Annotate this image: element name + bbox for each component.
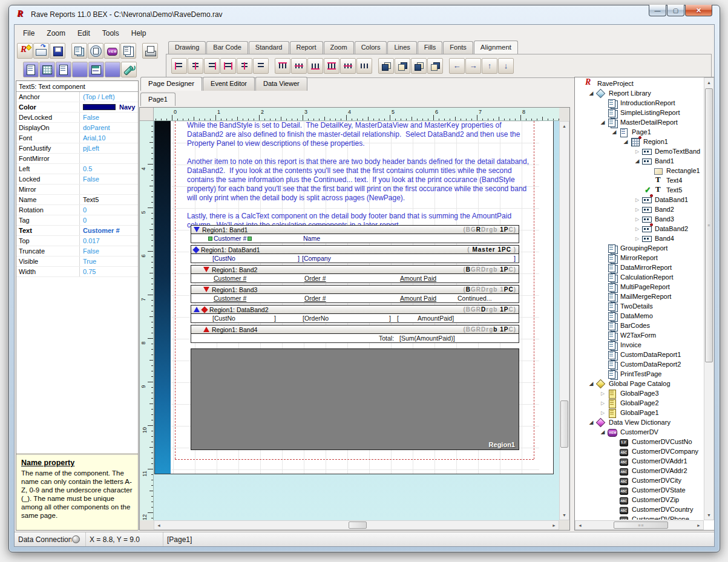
band1-header-bar[interactable]: Region1: Band1(BGRDrgb 1PC)	[191, 225, 519, 234]
tree-item-globalpage2[interactable]: ▷GlobalPage2	[576, 398, 703, 408]
databand2-content-row[interactable]: [CustNo][OrderNo][AmountPaid]	[191, 314, 519, 323]
preferences-wrench-button[interactable]	[121, 62, 137, 77]
property-label-truncate[interactable]: Truncate	[16, 246, 80, 256]
property-label-name[interactable]: Name	[16, 195, 80, 204]
property-value-tag[interactable]: 0	[80, 215, 138, 225]
tree-expander-closed[interactable]: ▷	[633, 197, 641, 203]
tree-item-customdatareport2[interactable]: CustomDataReport2	[576, 359, 703, 369]
canvas-hscroll-thumb[interactable]	[349, 521, 367, 529]
band3-field-continued[interactable]: Continued...	[457, 295, 492, 302]
tree-item-barcodes[interactable]: BarCodes	[576, 321, 703, 330]
tree-item-global-page-catalog[interactable]: ◢Global Page Catalog	[576, 379, 703, 388]
scroll-left-arrow[interactable]: ◄	[154, 521, 163, 530]
tree-item-simplelistingreport[interactable]: SimpleListingReport	[576, 108, 703, 117]
band2-field-amount-paid[interactable]: Amount Paid	[400, 275, 436, 282]
property-label-rotation[interactable]: Rotation	[16, 205, 80, 215]
menu-zoom[interactable]: Zoom	[41, 27, 71, 40]
canvas-vertical-scrollbar[interactable]: ▲ ▼	[559, 121, 569, 520]
property-label-top[interactable]: Top	[16, 236, 80, 246]
tree-item-band4[interactable]: ▷Band4	[576, 234, 703, 243]
tab-event-editor[interactable]: Event Editor	[203, 77, 255, 91]
databand2-field-[interactable]: ]	[389, 315, 391, 322]
databand2-header-bar[interactable]: Region1: DataBand2(BGRDrgb 1PC)	[191, 305, 519, 314]
band4-field-total[interactable]: Total:	[379, 335, 394, 342]
tree-scroll-up-arrow[interactable]: ▲	[704, 78, 713, 87]
databand2-field-orderno[interactable]: [OrderNo	[303, 315, 329, 322]
property-label-fontmirror[interactable]: FontMirror	[16, 154, 80, 163]
property-value-truncate[interactable]: False	[80, 246, 138, 256]
databand1-header-bar[interactable]: Region1: DataBand1( Master 1PC )	[191, 245, 519, 254]
show-rulers-button[interactable]	[88, 62, 104, 77]
page-canvas[interactable]: While the BandStyle is set to Detail. Th…	[154, 121, 559, 520]
align-left-edges-button[interactable]	[171, 58, 187, 74]
tree-expander-open[interactable]: ◢	[633, 158, 641, 164]
tree-expander-closed[interactable]: ▷	[633, 217, 641, 222]
close-button[interactable]: ✕	[685, 5, 712, 16]
tool-tab-alignment[interactable]: Alignment	[474, 41, 518, 54]
tree-item-text5[interactable]: ✓Text5	[576, 185, 703, 195]
tree-item-customerdvaddr1[interactable]: CustomerDVAddr1	[576, 456, 703, 466]
band1-content-row[interactable]: Customer #Name	[191, 234, 519, 243]
tree-item-masterdetailreport[interactable]: ◢MasterDetailReport	[576, 117, 703, 127]
property-value-devlocked[interactable]: False	[80, 113, 138, 122]
property-value-anchor[interactable]: (Top / Left)	[80, 92, 138, 102]
tree-vertical-scrollbar[interactable]: ▲ ≡ ▼	[704, 77, 714, 520]
tree-expander-closed[interactable]: ▷	[598, 391, 607, 396]
tree-item-rectangle1[interactable]: Rectangle1	[576, 166, 703, 175]
tree-item-twodetails[interactable]: TwoDetails	[576, 301, 703, 311]
tree-item-customerdv[interactable]: ◢CustomerDV	[576, 427, 703, 437]
tool-tab-lines[interactable]: Lines	[387, 41, 416, 54]
tool-tab-standard[interactable]: Standard	[249, 41, 289, 54]
tree-item-invoice[interactable]: Invoice	[576, 340, 703, 350]
tree-scroll-right-arrow[interactable]: ►	[694, 521, 703, 530]
property-label-text[interactable]: Text	[16, 226, 80, 235]
execute-report-button[interactable]	[142, 43, 158, 59]
maximize-button[interactable]: ▢	[667, 5, 684, 16]
minimize-button[interactable]: —	[649, 5, 666, 16]
tree-scroll-down-arrow[interactable]: ▼	[704, 511, 713, 520]
property-label-locked[interactable]: Locked	[16, 174, 80, 184]
align-horizontal-centers-button[interactable]	[188, 58, 203, 74]
menu-tools[interactable]: Tools	[96, 27, 125, 40]
tree-scroll-left-arrow[interactable]: ◄	[576, 521, 585, 530]
tree-item-customerdvcustno[interactable]: CustomerDVCustNo	[576, 437, 703, 446]
region1-area[interactable]: Region1	[191, 348, 519, 450]
tree-expander-open[interactable]: ◢	[610, 129, 618, 135]
tree-expander-closed[interactable]: ▷	[633, 226, 641, 232]
property-value-displayon[interactable]: doParent	[80, 123, 138, 132]
tree-item-customerdvzip[interactable]: CustomerDVZip	[576, 495, 703, 505]
align-horizontal-both-button[interactable]	[220, 58, 236, 74]
tree-item-customerdvstate[interactable]: CustomerDVState	[576, 485, 703, 495]
new-project-button[interactable]	[17, 43, 33, 59]
save-project-button[interactable]	[50, 43, 65, 59]
menu-help[interactable]: Help	[125, 27, 152, 40]
send-backward-button[interactable]	[427, 58, 443, 74]
tree-expander-open[interactable]: ◢	[598, 429, 607, 435]
tree-item-groupingreport[interactable]: GroupingReport	[576, 243, 703, 253]
band4-content-row[interactable]: Total:[Sum(AmountPaid)]	[191, 334, 519, 343]
property-label-visible[interactable]: Visible	[16, 256, 80, 266]
databand1-content-row[interactable]: [CustNo][Company]	[191, 254, 519, 263]
property-value-rotation[interactable]: 0	[80, 205, 138, 215]
tree-hscroll-thumb[interactable]: ≡≡	[614, 521, 668, 529]
band3-field-order[interactable]: Order #	[304, 295, 326, 302]
scroll-down-arrow[interactable]: ▼	[560, 511, 569, 520]
move-up-button[interactable]: ↑	[482, 58, 497, 74]
tree-item-multipagereport[interactable]: MultiPageReport	[576, 282, 703, 292]
band3-content-row[interactable]: Customer #Order #Amount PaidContinued...	[191, 294, 519, 303]
tool-tab-drawing[interactable]: Drawing	[168, 41, 206, 54]
tool-tab-colors[interactable]: Colors	[355, 41, 387, 54]
new-global-page-button[interactable]	[88, 43, 103, 59]
property-label-color[interactable]: Color	[16, 102, 80, 112]
open-project-button[interactable]	[33, 43, 49, 59]
space-vertically-button[interactable]	[356, 58, 372, 74]
tree-expander-open[interactable]: ◢	[587, 381, 595, 387]
property-value-color[interactable]: Navy	[80, 102, 138, 112]
tree-item-customerdvphone[interactable]: CustomerDVPhone	[576, 514, 703, 520]
tree-item-customerdvcity[interactable]: CustomerDVCity	[576, 475, 703, 485]
page-blank-tool-button[interactable]	[105, 62, 120, 77]
align-vertical-centers-button[interactable]	[291, 58, 307, 74]
tool-tab-zoom[interactable]: Zoom	[324, 41, 354, 54]
tree-item-page1[interactable]: ◢Page1	[576, 127, 703, 137]
property-value-width[interactable]: 0.75	[80, 267, 138, 276]
